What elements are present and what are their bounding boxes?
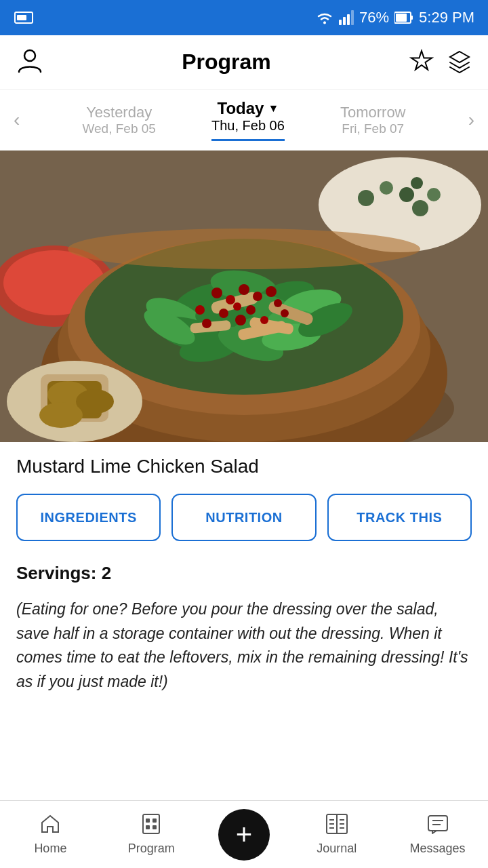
nav-program[interactable]: Program [117,813,185,856]
svg-rect-72 [152,825,157,829]
yesterday-option[interactable]: Yesterday Wed, Feb 05 [82,104,155,136]
today-option[interactable]: Today ▼ Thu, Feb 06 [211,99,285,141]
ingredients-button[interactable]: INGREDIENTS [16,494,161,541]
next-arrow[interactable]: › [462,102,481,138]
status-icons: 76% 5:29 PM [316,9,474,26]
svg-point-51 [266,286,277,297]
svg-point-17 [412,200,428,216]
svg-point-60 [235,315,246,326]
svg-point-54 [219,309,228,318]
recipe-title: Mustard Lime Chicken Salad [16,456,472,477]
add-button[interactable]: + [218,809,270,861]
battery-icon [394,12,413,24]
bottom-navigation: Home Program + [0,800,488,868]
svg-point-58 [202,319,211,328]
svg-point-48 [226,295,235,304]
svg-point-57 [281,309,289,317]
svg-rect-68 [143,814,159,833]
svg-point-50 [253,292,262,301]
svg-rect-6 [351,10,354,25]
svg-point-10 [24,50,35,61]
prev-arrow[interactable]: ‹ [7,102,26,138]
header: Program [0,35,488,90]
svg-rect-71 [146,825,150,829]
svg-point-53 [246,305,256,315]
svg-point-14 [358,190,374,206]
signal-icon [339,10,354,25]
messages-label: Messages [410,842,466,856]
svg-rect-81 [428,816,447,831]
today-label: Today [218,99,264,118]
date-navigation: ‹ Yesterday Wed, Feb 05 Today ▼ Thu, Feb… [0,90,488,151]
layers-icon[interactable] [447,49,472,76]
journal-icon [325,813,348,837]
home-label: Home [34,842,66,856]
add-icon: + [236,821,253,849]
svg-point-47 [211,288,222,298]
wifi-icon [316,10,333,25]
svg-rect-3 [339,20,342,25]
dropdown-arrow-icon: ▼ [268,102,279,115]
svg-point-49 [239,284,249,295]
svg-point-67 [39,402,83,428]
svg-rect-4 [343,17,346,25]
journal-label: Journal [317,842,357,856]
svg-point-18 [427,188,441,201]
status-bar: 76% 5:29 PM [0,0,488,35]
svg-rect-69 [146,818,150,823]
star-icon[interactable] [409,49,434,76]
servings-text: Servings: 2 [16,563,472,584]
today-date: Thu, Feb 06 [211,118,285,134]
tomorrow-label: Tomorrow [340,104,406,121]
page-title: Program [182,50,271,75]
svg-rect-70 [152,818,157,823]
tomorrow-option[interactable]: Tomorrow Fri, Feb 07 [340,104,406,136]
svg-point-66 [76,389,114,414]
svg-point-52 [233,302,241,311]
nav-home[interactable]: Home [16,813,84,856]
svg-rect-8 [396,14,407,22]
home-icon [39,813,61,837]
track-this-button[interactable]: TRACK THIS [327,494,472,541]
battery-text: 76% [359,9,389,26]
svg-rect-5 [347,14,350,25]
svg-point-56 [195,305,205,315]
svg-point-55 [274,299,282,307]
nutrition-button[interactable]: NUTRITION [171,494,316,541]
yesterday-label: Yesterday [82,104,155,121]
profile-icon[interactable] [16,46,43,79]
recipe-description: (Eating for one? Before you pour the dre… [16,597,472,694]
yesterday-date: Wed, Feb 05 [82,121,155,136]
svg-point-15 [380,181,393,195]
svg-point-2 [323,22,326,24]
svg-rect-9 [411,16,413,20]
svg-point-59 [260,316,268,324]
program-label: Program [128,842,175,856]
recipe-image [0,151,488,442]
svg-point-19 [411,177,423,189]
svg-rect-1 [17,15,26,20]
svg-point-16 [399,187,414,202]
messages-icon [427,813,449,837]
action-buttons: INGREDIENTS NUTRITION TRACK THIS [16,494,472,541]
recipe-content: Mustard Lime Chicken Salad INGREDIENTS N… [0,442,488,708]
nav-journal[interactable]: Journal [303,813,371,856]
nav-messages[interactable]: Messages [404,813,472,856]
svg-point-61 [68,229,420,269]
program-icon [140,813,162,837]
time-display: 5:29 PM [419,9,474,26]
tomorrow-date: Fri, Feb 07 [340,121,406,136]
